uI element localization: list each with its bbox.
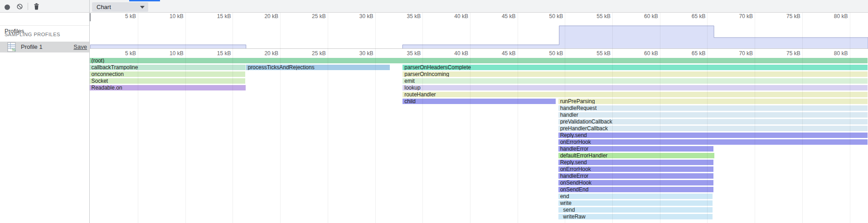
flame-frame[interactable]: Socket: [90, 78, 245, 84]
flame-frame[interactable]: onErrorHook: [558, 166, 713, 172]
ruler-tick-label: 75 kB: [772, 50, 800, 57]
memory-overview-pane[interactable]: [89, 12, 868, 48]
overview-left-handle[interactable]: [90, 13, 91, 21]
block-icon[interactable]: [17, 4, 23, 9]
svg-text:%: %: [12, 47, 15, 52]
ruler-tick-label: 5 kB: [108, 50, 136, 57]
view-mode-select[interactable]: Chart: [92, 2, 148, 12]
ruler-tick-label: 80 kB: [820, 50, 848, 57]
toolbar: Chart: [0, 0, 868, 13]
flame-frame[interactable]: onErrorHook: [558, 139, 868, 145]
view-mode-value: Chart: [97, 2, 111, 12]
flame-frame[interactable]: emit: [402, 78, 868, 84]
ruler-tick-label: 15 kB: [203, 50, 231, 57]
ruler-tick-label: 60 kB: [630, 50, 658, 57]
ruler-tick-label: 20 kB: [250, 50, 278, 57]
flame-frame[interactable]: Reply.send: [558, 133, 868, 138]
flame-frame[interactable]: processTicksAndRejections: [246, 65, 390, 71]
toolbar-divider: [28, 3, 28, 10]
active-tab-underline: [129, 0, 160, 1]
flame-frame[interactable]: end: [558, 194, 713, 199]
ruler-tick-label: 40 kB: [440, 50, 468, 57]
flame-frame[interactable]: handleError: [558, 146, 713, 152]
flame-frame[interactable]: lookup: [402, 85, 868, 91]
ruler-tick-label: 65 kB: [677, 50, 705, 57]
profile-table-icon: %: [7, 42, 17, 52]
flame-frame[interactable]: _writeRaw: [558, 214, 713, 220]
record-icon[interactable]: [5, 5, 10, 10]
flame-frame[interactable]: routeHandler: [402, 92, 868, 98]
flame-frame[interactable]: Reply.send: [558, 160, 713, 166]
ruler-tick-label: 55 kB: [582, 50, 611, 57]
flame-frame[interactable]: runPreParsing: [558, 99, 868, 104]
flame-frame[interactable]: parserOnIncoming: [402, 71, 868, 77]
flame-frame[interactable]: handleError: [558, 173, 713, 179]
flame-frame[interactable]: child: [402, 99, 556, 104]
flame-frame[interactable]: defaultErrorHandler: [558, 153, 715, 159]
trash-icon[interactable]: [34, 3, 39, 10]
flame-frame[interactable]: preValidationCallback: [558, 119, 868, 125]
ruler-tick-label: 25 kB: [298, 50, 326, 57]
profile-list-item[interactable]: % Profile 1 Save: [0, 42, 89, 52]
flame-frame[interactable]: onSendHook: [558, 180, 713, 186]
flame-frame[interactable]: parserOnHeadersComplete: [402, 65, 868, 71]
ruler-tick-label: 70 kB: [725, 50, 753, 57]
flame-frame[interactable]: (root): [90, 58, 868, 64]
ruler-tick-label: 50 kB: [535, 50, 563, 57]
sampling-profiles-section-label: SAMPLING PROFILES: [5, 32, 60, 37]
save-profile-link[interactable]: Save: [73, 43, 87, 50]
flame-frame[interactable]: handler: [558, 112, 868, 118]
chevron-down-icon: [140, 6, 145, 9]
ruler-tick-label: 35 kB: [393, 50, 421, 57]
ruler-tick-label: 10 kB: [155, 50, 184, 57]
flame-frame[interactable]: write_: [558, 200, 713, 206]
flame-frame[interactable]: _send: [558, 207, 713, 213]
profile-name: Profile 1: [21, 43, 43, 50]
ruler-tick-label: 45 kB: [488, 50, 516, 57]
devtools-memory-panel: Chart Profiles SAMPLING PROFILES % Profi…: [0, 0, 868, 223]
overview-flame-divider: [89, 48, 868, 49]
sidebar-divider: [0, 25, 89, 26]
flame-frame[interactable]: callbackTrampoline: [90, 65, 246, 71]
flame-frame[interactable]: handleRequest: [558, 105, 868, 111]
profiles-sidebar: Profiles SAMPLING PROFILES % Profile 1 S…: [0, 13, 89, 223]
flame-frame[interactable]: onconnection: [90, 71, 245, 77]
ruler-tick-label: 30 kB: [345, 50, 373, 57]
flame-frame[interactable]: preHandlerCallback: [558, 126, 868, 132]
flame-frame[interactable]: onSendEnd: [558, 187, 713, 193]
flame-frame[interactable]: Readable.on: [90, 85, 246, 91]
